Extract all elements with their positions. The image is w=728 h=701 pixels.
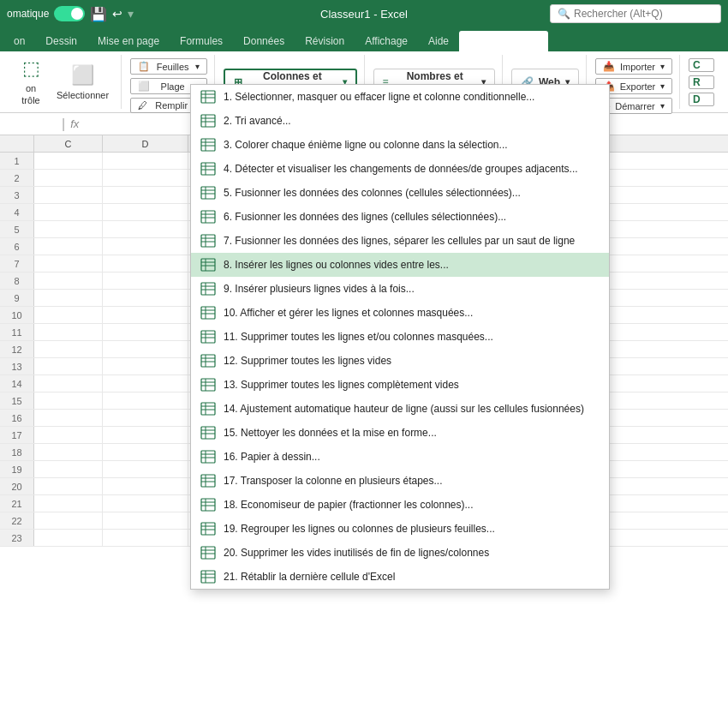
menu-item-icon <box>200 137 217 153</box>
menu-item[interactable]: 9. Insérer plusieurs lignes vides à la f… <box>191 277 609 301</box>
grid-cell[interactable] <box>34 461 103 477</box>
grid-cell[interactable] <box>34 273 103 289</box>
grid-cell[interactable] <box>103 221 188 237</box>
feuilles-dropdown[interactable]: 📋 Feuilles ▾ <box>130 58 207 75</box>
grid-cell[interactable] <box>34 495 103 512</box>
grid-cell[interactable] <box>103 427 188 443</box>
tab-formules[interactable]: Formules <box>170 31 233 51</box>
menu-item[interactable]: 16. Papier à dessin... <box>191 445 609 469</box>
menu-item[interactable]: 15. Nettoyer les données et la mise en f… <box>191 421 609 445</box>
grid-cell[interactable] <box>103 495 188 512</box>
tab-affichage[interactable]: Affichage <box>355 31 418 51</box>
redo-icon[interactable]: ▾ <box>128 7 134 21</box>
grid-cell[interactable] <box>34 170 103 186</box>
col-header-d[interactable]: D <box>103 135 188 152</box>
grid-cell[interactable] <box>34 444 103 460</box>
undo-icon[interactable]: ↩ <box>112 7 122 21</box>
grid-cell[interactable] <box>103 290 188 306</box>
grid-cell[interactable] <box>103 170 188 186</box>
menu-item[interactable]: 1. Sélectionner, masquer ou effacer lign… <box>191 85 609 109</box>
tab-revision[interactable]: Révision <box>295 31 355 51</box>
menu-item[interactable]: 20. Supprimer les vides inutilisés de fi… <box>191 541 609 565</box>
menu-item[interactable]: 7. Fusionner les données des lignes, sép… <box>191 229 609 253</box>
grid-cell[interactable] <box>103 307 188 323</box>
menu-item[interactable]: 10. Afficher et gérer les lignes et colo… <box>191 301 609 325</box>
grid-cell[interactable] <box>34 204 103 220</box>
menu-item-icon <box>200 281 217 297</box>
save-icon[interactable]: 💾 <box>90 6 107 22</box>
grid-cell[interactable] <box>34 530 103 546</box>
grid-cell[interactable] <box>34 153 103 169</box>
selectionner-button[interactable]: ⬚ ontrôle <box>14 58 48 106</box>
grid-cell[interactable] <box>103 153 188 169</box>
d-button[interactable]: D <box>689 93 714 106</box>
menu-item[interactable]: 14. Ajustement automatique hauteur de li… <box>191 397 609 421</box>
row-number: 23 <box>0 530 34 546</box>
menu-item[interactable]: 5. Fusionner les données des colonnes (c… <box>191 181 609 205</box>
grid-cell[interactable] <box>103 255 188 272</box>
c-button[interactable]: C <box>689 58 714 72</box>
menu-item[interactable]: 4. Détecter et visualiser les changement… <box>191 157 609 181</box>
menu-item[interactable]: 13. Supprimer toutes les lignes complète… <box>191 373 609 397</box>
grid-cell[interactable] <box>34 238 103 255</box>
tab-aide[interactable]: Aide <box>418 31 459 51</box>
grid-cell[interactable] <box>103 341 188 357</box>
grid-cell[interactable] <box>34 307 103 323</box>
grid-cell[interactable] <box>34 512 103 529</box>
grid-cell[interactable] <box>34 478 103 494</box>
grid-cell[interactable] <box>34 221 103 237</box>
menu-item[interactable]: 11. Supprimer toutes les lignes et/ou co… <box>191 325 609 349</box>
grid-cell[interactable] <box>34 410 103 426</box>
grid-cell[interactable] <box>103 187 188 203</box>
grid-cell[interactable] <box>34 427 103 443</box>
grid-cell[interactable] <box>103 410 188 426</box>
grid-cell[interactable] <box>34 324 103 340</box>
selectionner-btn2[interactable]: ⬜ Sélectionner <box>51 58 114 106</box>
grid-cell[interactable] <box>103 444 188 460</box>
menu-item[interactable]: 2. Tri avancé... <box>191 109 609 133</box>
row-number: 10 <box>0 307 34 323</box>
grid-cell[interactable] <box>103 461 188 477</box>
r-button[interactable]: R <box>689 75 714 89</box>
col-header-c[interactable]: C <box>34 135 103 152</box>
search-input[interactable] <box>574 8 694 20</box>
menu-item[interactable]: 3. Colorer chaque énième ligne ou colonn… <box>191 133 609 157</box>
menu-item-text: 8. Insérer les lignes ou colonnes vides … <box>224 259 600 271</box>
importer-dropdown[interactable]: 📥 Importer ▾ <box>595 58 672 75</box>
toggle-button[interactable] <box>54 6 85 21</box>
menu-item[interactable]: 21. Rétablir la dernière cellule d'Excel <box>191 565 609 589</box>
grid-cell[interactable] <box>34 358 103 374</box>
grid-cell[interactable] <box>103 512 188 529</box>
tab-donnees[interactable]: Données <box>233 31 295 51</box>
menu-item[interactable]: 8. Insérer les lignes ou colonnes vides … <box>191 253 609 277</box>
grid-cell[interactable] <box>34 187 103 203</box>
grid-cell[interactable] <box>34 255 103 272</box>
menu-item[interactable]: 18. Economiseur de papier (fractionner l… <box>191 493 609 517</box>
grid-cell[interactable] <box>103 530 188 546</box>
tab-dessin[interactable]: Dessin <box>35 31 87 51</box>
grid-cell[interactable] <box>103 358 188 374</box>
menu-item[interactable]: 12. Supprimer toutes les lignes vides <box>191 349 609 373</box>
grid-cell[interactable] <box>103 238 188 255</box>
grid-cell[interactable] <box>103 204 188 220</box>
menu-item[interactable]: 17. Transposer la colonne en plusieurs é… <box>191 469 609 493</box>
row-number: 15 <box>0 392 34 409</box>
menu-item-icon <box>200 569 217 584</box>
search-box[interactable]: 🔍 <box>550 4 721 23</box>
tab-asap[interactable]: ASAP Utilities <box>459 31 548 51</box>
menu-item-text: 11. Supprimer toutes les lignes et/ou co… <box>224 331 600 343</box>
menu-item[interactable]: 6. Fusionner les données des lignes (cel… <box>191 205 609 229</box>
grid-cell[interactable] <box>103 375 188 392</box>
grid-cell[interactable] <box>103 273 188 289</box>
grid-cell[interactable] <box>103 324 188 340</box>
menu-item[interactable]: 19. Regrouper les lignes ou colonnes de … <box>191 517 609 541</box>
tab-accueil[interactable]: on <box>3 31 35 51</box>
grid-cell[interactable] <box>103 478 188 494</box>
grid-cell[interactable] <box>103 392 188 409</box>
grid-cell[interactable] <box>34 375 103 392</box>
grid-cell[interactable] <box>34 341 103 357</box>
grid-cell[interactable] <box>34 392 103 409</box>
menu-item-icon <box>200 353 217 368</box>
grid-cell[interactable] <box>34 290 103 306</box>
tab-mise-en-page[interactable]: Mise en page <box>87 31 170 51</box>
